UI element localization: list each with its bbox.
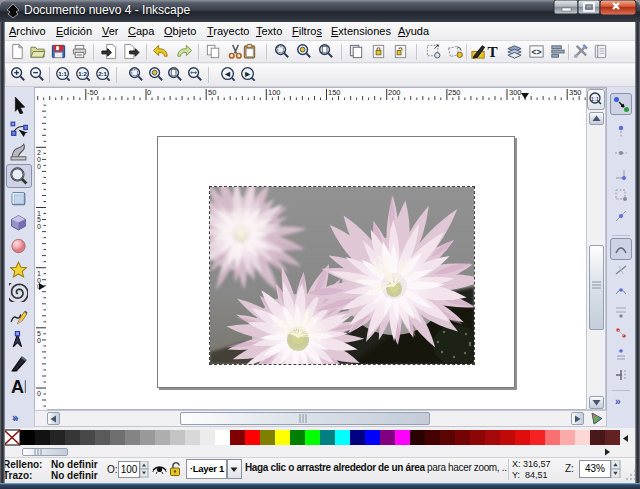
svg-text:1:1: 1:1 bbox=[58, 70, 67, 77]
svg-text:1:1: 1:1 bbox=[591, 96, 600, 102]
svg-text:0: 0 bbox=[37, 163, 41, 170]
svg-text:250: 250 bbox=[448, 88, 461, 97]
svg-text:0: 0 bbox=[147, 88, 151, 97]
svg-text:350: 350 bbox=[569, 88, 582, 97]
svg-text:A: A bbox=[11, 377, 24, 396]
svg-text:50: 50 bbox=[208, 88, 216, 97]
svg-text:300: 300 bbox=[509, 88, 522, 97]
svg-text:100: 100 bbox=[268, 88, 281, 97]
svg-text:-50: -50 bbox=[87, 88, 98, 97]
svg-text:0: 0 bbox=[37, 390, 41, 397]
svg-text:0: 0 bbox=[37, 223, 41, 230]
svg-text:▶: ▶ bbox=[244, 70, 250, 77]
svg-text:150: 150 bbox=[328, 88, 341, 97]
svg-text:200: 200 bbox=[388, 88, 401, 97]
svg-text:◀: ◀ bbox=[224, 70, 230, 77]
svg-text:<>: <> bbox=[532, 47, 542, 57]
svg-text:T: T bbox=[487, 44, 497, 60]
svg-text:1:2: 1:2 bbox=[78, 70, 87, 77]
svg-text:0: 0 bbox=[37, 337, 41, 344]
svg-text:2:1: 2:1 bbox=[98, 70, 107, 77]
